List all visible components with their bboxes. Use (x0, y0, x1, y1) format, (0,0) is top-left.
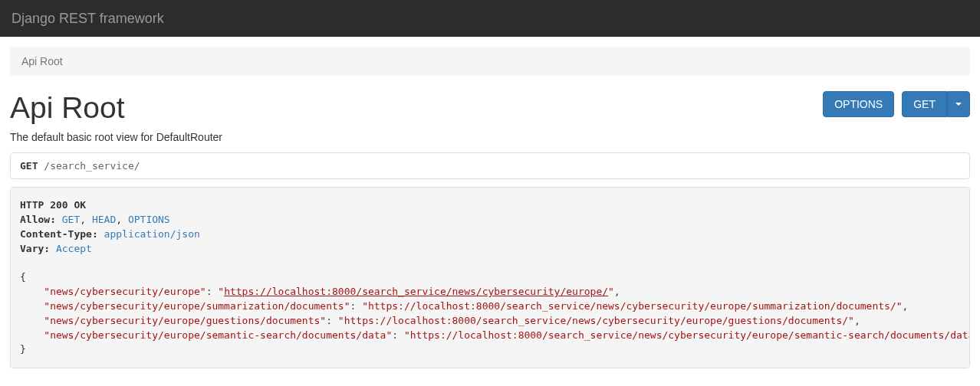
request-method: GET (20, 160, 38, 172)
options-button[interactable]: OPTIONS (823, 91, 894, 117)
button-toolbar: OPTIONS GET (823, 91, 970, 117)
request-path: /search_service/ (44, 160, 140, 172)
allow-label: Allow: (20, 214, 56, 225)
request-line: GET /search_service/ (10, 152, 970, 179)
breadcrumb-current: Api Root (21, 55, 63, 67)
json-url-link[interactable]: https://localhost:8000/search_service/ne… (224, 286, 608, 297)
allow-value: OPTIONS (128, 214, 170, 225)
breadcrumb: Api Root (10, 47, 970, 76)
get-split-button: GET (902, 91, 970, 117)
json-url-link[interactable]: https://localhost:8000/search_service/ne… (410, 329, 970, 341)
json-key: "news/cybersecurity/europe/semantic-sear… (44, 329, 392, 341)
json-url-link[interactable]: https://localhost:8000/search_service/ne… (344, 315, 848, 326)
json-key: "news/cybersecurity/europe/guestions/doc… (44, 315, 326, 326)
response-body: HTTP 200 OK Allow: GET, HEAD, OPTIONS Co… (10, 187, 970, 368)
content-type-value: application/json (104, 228, 200, 240)
json-key: "news/cybersecurity/europe" (44, 286, 206, 297)
vary-value: Accept (56, 243, 92, 254)
page-title: Api Root (10, 91, 125, 125)
navbar: Django REST framework (0, 0, 980, 37)
allow-value: HEAD (92, 214, 116, 225)
chevron-down-icon (955, 103, 962, 106)
json-key: "news/cybersecurity/europe/summarization… (44, 300, 350, 312)
content-type-label: Content-Type: (20, 228, 98, 240)
json-value-quote: " (338, 315, 344, 326)
navbar-brand[interactable]: Django REST framework (12, 11, 164, 27)
page-description: The default basic root view for DefaultR… (10, 131, 970, 143)
status-line: HTTP 200 OK (20, 199, 86, 211)
json-value-quote: " (218, 286, 224, 297)
json-value-quote: " (362, 300, 368, 312)
json-value-quote: " (896, 300, 903, 312)
json-url-link[interactable]: https://localhost:8000/search_service/ne… (368, 300, 896, 312)
get-button[interactable]: GET (902, 91, 947, 117)
header-row: Api Root OPTIONS GET (10, 91, 970, 125)
vary-label: Vary: (20, 243, 50, 254)
json-value-quote: " (404, 329, 410, 341)
allow-value: GET (62, 214, 80, 225)
main-container: Api Root Api Root OPTIONS GET The defaul… (0, 37, 980, 378)
json-value-quote: " (848, 315, 854, 326)
json-value-quote: " (608, 286, 614, 297)
get-dropdown-toggle[interactable] (947, 91, 970, 117)
